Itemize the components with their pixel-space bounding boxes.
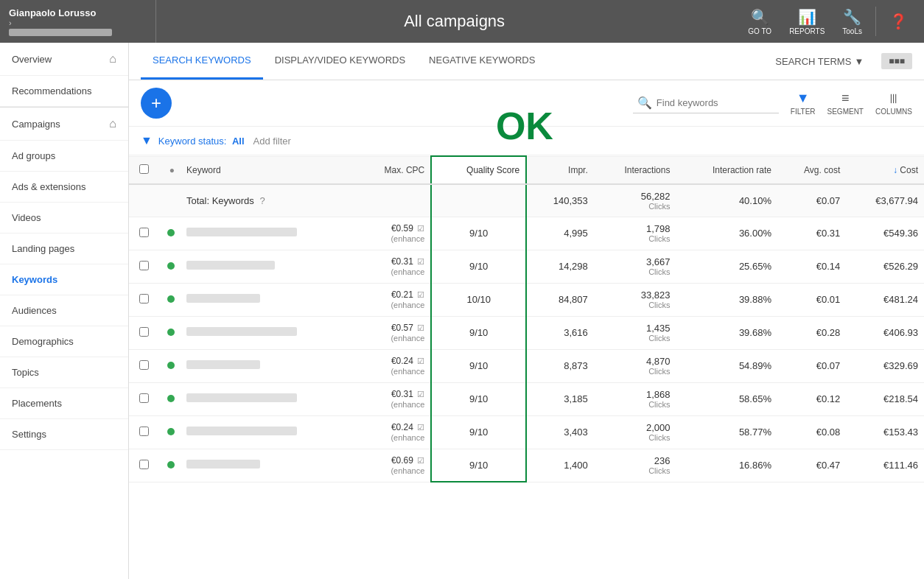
tab-search-keywords[interactable]: SEARCH KEYWORDS [141, 43, 263, 80]
row-checkbox-cell-7[interactable] [129, 449, 158, 482]
sidebar-item-placements[interactable]: Placements [0, 388, 128, 419]
segment-button[interactable]: ≡ SEGMENT [827, 91, 864, 116]
main-content: SEARCH KEYWORDS DISPLAY/VIDEO KEYWORDS N… [129, 43, 924, 579]
keyword-text-6 [186, 427, 297, 435]
th-impr: Impr. [526, 156, 594, 184]
sidebar-item-overview[interactable]: Overview ⌂ [0, 43, 128, 76]
row-interaction-rate-cell-0: 36.00% [676, 217, 777, 250]
row-qs-cell-3: 9/10 [431, 316, 526, 349]
row-interaction-rate-cell-4: 54.89% [676, 349, 777, 382]
filter-status-label: Keyword status: All [158, 136, 245, 147]
columns-icon: ⫼ [887, 91, 900, 106]
row-avg-cost-cell-4: €0.07 [777, 349, 846, 382]
row-checkbox-4[interactable] [139, 360, 149, 370]
sidebar-item-topics[interactable]: Topics [0, 357, 128, 388]
table-row: €0.31 ☑ (enhance 9/10 3,185 1,868 Clicks… [129, 382, 924, 415]
sidebar-item-landing-pages[interactable]: Landing pages [0, 234, 128, 264]
row-checkbox-3[interactable] [139, 327, 149, 337]
row-status-cell-2 [158, 283, 181, 316]
add-filter-button[interactable]: Add filter [253, 136, 291, 147]
help-icon[interactable]: ? [259, 195, 265, 206]
search-input[interactable] [657, 97, 774, 108]
row-checkbox-5[interactable] [139, 393, 149, 403]
help-button[interactable]: ❓ [882, 8, 915, 35]
row-cost-cell-6: €153.43 [846, 415, 924, 449]
campaign-icon: ⌂ [109, 117, 116, 130]
tab-negative-keywords[interactable]: NEGATIVE KEYWORDS [417, 43, 547, 80]
row-qs-cell-6: 9/10 [431, 415, 526, 449]
goto-button[interactable]: 🔍 GO TO [741, 4, 779, 40]
tab-search-terms[interactable]: SEARCH TERMS ▼ [766, 47, 872, 76]
row-interactions-cell-3: 1,435 Clicks [594, 316, 676, 349]
row-checkbox-0[interactable] [139, 228, 149, 237]
segment-icon: ≡ [841, 91, 850, 106]
th-status: ● [158, 156, 181, 184]
row-status-cell-5 [158, 382, 181, 415]
sidebar-item-demographics[interactable]: Demographics [0, 326, 128, 357]
row-checkbox-cell-2[interactable] [129, 283, 158, 316]
row-checkbox-cell-6[interactable] [129, 415, 158, 449]
th-cost[interactable]: ↓ Cost [846, 156, 924, 184]
sidebar-item-videos[interactable]: Videos [0, 203, 128, 234]
filter-button[interactable]: ▼ FILTER [791, 91, 816, 116]
row-checkbox-6[interactable] [139, 427, 149, 436]
sidebar-item-recommendations[interactable]: Recommendations [0, 76, 128, 107]
sidebar-item-campaigns[interactable]: Campaigns ⌂ [0, 108, 128, 141]
table-row: €0.24 ☑ (enhance 9/10 8,873 4,870 Clicks… [129, 349, 924, 382]
th-checkbox[interactable] [129, 156, 158, 184]
total-impr-cell: 140,353 [526, 184, 594, 217]
row-cpc-cell-2: €0.21 ☑ (enhance [356, 283, 432, 316]
reports-icon: 📊 [798, 8, 816, 26]
add-button[interactable]: + [141, 88, 172, 119]
row-checkbox-1[interactable] [139, 261, 149, 270]
row-interactions-cell-2: 33,823 Clicks [594, 283, 676, 316]
row-status-cell-6 [158, 415, 181, 449]
tab-display-video-keywords[interactable]: DISPLAY/VIDEO KEYWORDS [263, 43, 417, 80]
columns-button[interactable]: ⫼ COLUMNS [875, 91, 912, 116]
row-checkbox-cell-0[interactable] [129, 217, 158, 250]
row-checkbox-7[interactable] [139, 460, 149, 469]
row-checkbox-2[interactable] [139, 294, 149, 303]
search-box[interactable]: 🔍 [633, 93, 779, 113]
sidebar-item-settings[interactable]: Settings [0, 419, 128, 450]
row-checkbox-cell-1[interactable] [129, 250, 158, 283]
keyword-text-5 [186, 393, 297, 402]
row-avg-cost-cell-6: €0.08 [777, 415, 846, 449]
enhance-icon-4: ☑ [417, 357, 424, 365]
row-checkbox-cell-5[interactable] [129, 382, 158, 415]
sidebar-item-ads-extensions[interactable]: Ads & extensions [0, 172, 128, 203]
sidebar-item-keywords[interactable]: Keywords [0, 264, 128, 295]
row-status-cell-1 [158, 250, 181, 283]
user-section[interactable]: Gianpaolo Lorusso › [9, 0, 156, 43]
sidebar-item-adgroups[interactable]: Ad groups [0, 141, 128, 172]
row-checkbox-cell-3[interactable] [129, 316, 158, 349]
row-cpc-cell-3: €0.57 ☑ (enhance [356, 316, 432, 349]
row-impr-cell-0: 4,995 [526, 217, 594, 250]
help-icon: ❓ [889, 13, 908, 30]
row-avg-cost-cell-5: €0.12 [777, 382, 846, 415]
interactions-sub-1: Clicks [600, 267, 671, 276]
enhance-icon-7: ☑ [417, 456, 424, 465]
tools-button[interactable]: 🔧 TooLs [835, 4, 869, 40]
keyword-text-0 [186, 228, 297, 236]
row-cost-cell-4: €329.69 [846, 349, 924, 382]
row-checkbox-cell-4[interactable] [129, 349, 158, 382]
row-avg-cost-cell-3: €0.28 [777, 316, 846, 349]
row-interaction-rate-cell-6: 58.77% [676, 415, 777, 449]
select-all-checkbox[interactable] [139, 164, 149, 174]
row-cost-cell-2: €481.24 [846, 283, 924, 316]
row-cpc-cell-1: €0.31 ☑ (enhance [356, 250, 432, 283]
row-status-cell-4 [158, 349, 181, 382]
th-avg-cost: Avg. cost [777, 156, 846, 184]
total-status-cell [158, 184, 181, 217]
sidebar-item-audiences[interactable]: Audiences [0, 295, 128, 326]
th-quality-score: Quality Score [431, 156, 526, 184]
row-impr-cell-3: 3,616 [526, 316, 594, 349]
row-cpc-cell-0: €0.59 ☑ (enhance [356, 217, 432, 250]
reports-button[interactable]: 📊 REPORTS [782, 4, 832, 40]
row-status-cell-0 [158, 217, 181, 250]
th-max-cpc: Max. CPC [356, 156, 432, 184]
row-avg-cost-cell-2: €0.01 [777, 283, 846, 316]
user-account [9, 29, 112, 36]
row-impr-cell-6: 3,403 [526, 415, 594, 449]
